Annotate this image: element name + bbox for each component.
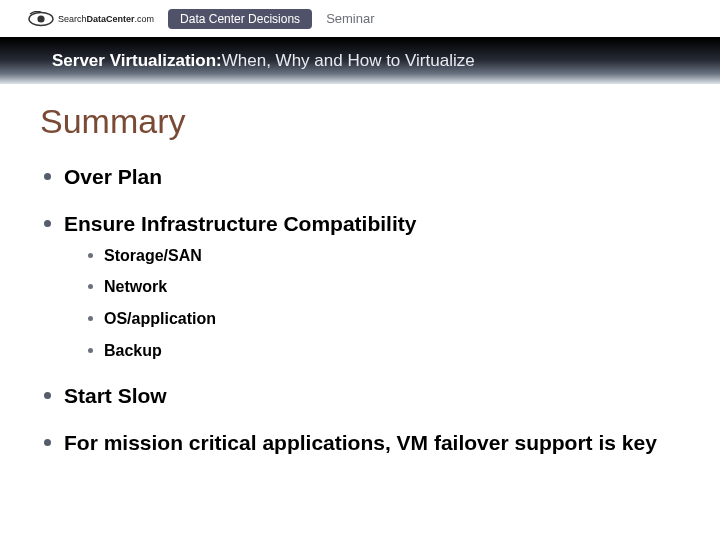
logo-prefix: Search [58, 14, 87, 24]
pill-data-center-decisions: Data Center Decisions [168, 9, 312, 29]
logo-mid: DataCenter [87, 14, 135, 24]
top-band: SearchDataCenter.com Data Center Decisio… [0, 0, 720, 38]
content-area: Summary Over Plan Ensure Infrastructure … [0, 84, 720, 540]
bullet-item: For mission critical applications, VM fa… [40, 429, 680, 456]
sub-bullet-text: Network [104, 278, 167, 295]
bullet-text: Over Plan [64, 165, 162, 188]
bullet-item: Ensure Infrastructure Compatibility Stor… [40, 210, 680, 361]
subtitle-strong: Server Virtualization: [52, 51, 222, 71]
bullet-item: Start Slow [40, 382, 680, 409]
bullet-item: Over Plan [40, 163, 680, 190]
eye-icon [28, 11, 54, 27]
sub-bullet-item: Backup [64, 341, 680, 362]
bullet-text: Start Slow [64, 384, 167, 407]
bullet-text: For mission critical applications, VM fa… [64, 431, 657, 454]
logo-text: SearchDataCenter.com [58, 14, 154, 24]
slide: SearchDataCenter.com Data Center Decisio… [0, 0, 720, 540]
logo-searchdatacenter: SearchDataCenter.com [28, 11, 154, 27]
sub-bullet-item: Network [64, 277, 680, 298]
sub-bullet-item: Storage/SAN [64, 246, 680, 267]
seminar-label: Seminar [326, 11, 374, 26]
subtitle-band: Server Virtualization: When, Why and How… [0, 38, 720, 84]
sub-bullet-list: Storage/SAN Network OS/application Backu… [64, 246, 680, 362]
slide-heading: Summary [40, 102, 680, 141]
subtitle-rest: When, Why and How to Virtualize [222, 51, 475, 71]
svg-point-1 [37, 15, 44, 22]
sub-bullet-item: OS/application [64, 309, 680, 330]
sub-bullet-text: Storage/SAN [104, 247, 202, 264]
sub-bullet-text: OS/application [104, 310, 216, 327]
bullet-text: Ensure Infrastructure Compatibility [64, 212, 416, 235]
logo-suffix: .com [135, 14, 155, 24]
sub-bullet-text: Backup [104, 342, 162, 359]
bullet-list: Over Plan Ensure Infrastructure Compatib… [40, 163, 680, 456]
